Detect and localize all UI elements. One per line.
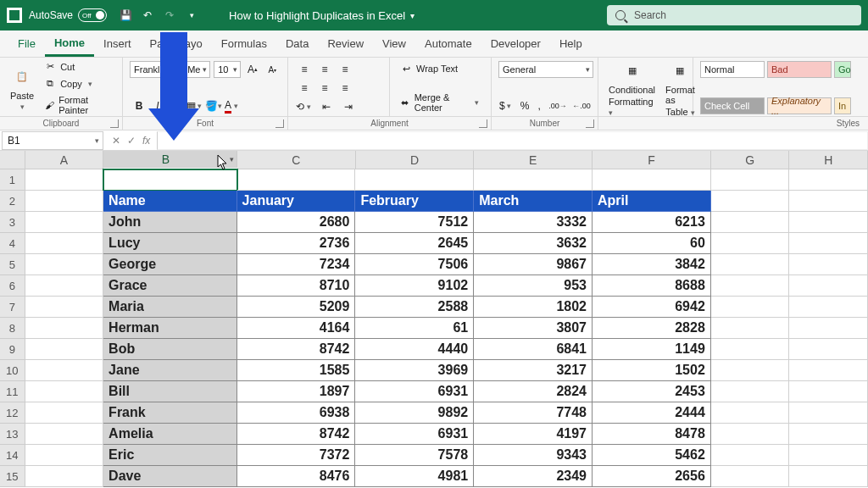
cell[interactable]: 8710 — [237, 275, 356, 297]
cell[interactable]: 6938 — [237, 402, 356, 424]
cell[interactable]: 4197 — [474, 424, 593, 445]
cell[interactable] — [789, 233, 868, 254]
cell[interactable]: 9892 — [355, 402, 474, 424]
cell[interactable]: 6942 — [593, 297, 711, 318]
cell[interactable]: 2444 — [593, 402, 711, 424]
borders-button[interactable]: ▦▾ — [186, 97, 204, 114]
conditional-formatting-button[interactable]: ▦ Conditional Formatting ▾ — [605, 58, 659, 119]
menu-view[interactable]: View — [373, 30, 415, 57]
row-header[interactable]: 3 — [0, 212, 25, 233]
cell[interactable] — [711, 275, 790, 297]
menu-pagelayout[interactable]: Page Layo — [141, 30, 212, 57]
cell[interactable]: February — [355, 191, 474, 212]
cell[interactable] — [711, 424, 790, 445]
cell[interactable] — [593, 169, 711, 191]
row-header[interactable]: 14 — [0, 445, 25, 466]
style-bad[interactable]: Bad — [767, 61, 832, 78]
cell[interactable]: 1502 — [593, 360, 711, 381]
col-header-e[interactable]: E — [474, 151, 593, 169]
menu-insert[interactable]: Insert — [94, 30, 141, 57]
merge-center-button[interactable]: ⬌Merge & Center▾ — [397, 91, 484, 114]
cell[interactable] — [711, 254, 790, 275]
font-name-select[interactable]: Franklin — [130, 61, 180, 78]
row-header[interactable]: 12 — [0, 402, 25, 424]
autosave-control[interactable]: AutoSave Off — [29, 8, 107, 22]
cell[interactable] — [789, 297, 868, 318]
cell[interactable] — [789, 169, 868, 191]
cell[interactable]: 2453 — [593, 381, 711, 402]
align-bottom-icon[interactable]: ≡ — [336, 61, 354, 78]
cell[interactable] — [711, 297, 790, 318]
number-format-select[interactable]: General — [498, 61, 593, 78]
cell[interactable] — [25, 339, 104, 360]
select-all-corner[interactable] — [0, 151, 25, 169]
enter-formula-icon[interactable]: ✓ — [127, 135, 136, 147]
cell[interactable]: 953 — [474, 275, 593, 297]
name-box[interactable]: B1 — [2, 131, 103, 150]
menu-data[interactable]: Data — [276, 30, 318, 57]
format-painter-button[interactable]: 🖌Format Painter — [41, 93, 115, 117]
cell[interactable]: 7372 — [237, 445, 356, 466]
cell[interactable] — [25, 318, 104, 339]
cell[interactable]: 61 — [355, 318, 474, 339]
cell[interactable] — [711, 169, 790, 191]
cell[interactable] — [25, 191, 104, 212]
cell[interactable] — [789, 402, 868, 424]
row-header[interactable]: 4 — [0, 233, 25, 254]
cell[interactable] — [789, 445, 868, 466]
cell[interactable] — [789, 381, 868, 402]
menu-file[interactable]: File — [8, 30, 45, 57]
style-input[interactable]: In — [834, 97, 851, 114]
qat-more-icon[interactable]: ▾ — [185, 8, 198, 22]
row-header[interactable]: 2 — [0, 191, 25, 212]
cell[interactable] — [711, 445, 790, 466]
dialog-launcher-icon[interactable] — [110, 119, 119, 128]
wrap-text-button[interactable]: ↩Wrap Text — [397, 61, 484, 76]
cell[interactable]: 1149 — [593, 339, 711, 360]
cell[interactable]: 8476 — [237, 466, 356, 487]
cell[interactable]: 8478 — [593, 424, 711, 445]
align-top-icon[interactable]: ≡ — [295, 61, 314, 78]
row-header[interactable]: 5 — [0, 254, 25, 275]
cell[interactable]: 4164 — [237, 318, 356, 339]
decrease-indent-icon[interactable]: ⇤ — [317, 98, 336, 115]
fx-icon[interactable]: fx — [142, 135, 150, 147]
increase-indent-icon[interactable]: ⇥ — [339, 98, 358, 115]
font-size-select[interactable]: 10 — [214, 61, 241, 78]
cell[interactable]: 3807 — [474, 318, 593, 339]
currency-icon[interactable]: $▾ — [498, 97, 515, 114]
cell[interactable]: 2828 — [593, 318, 711, 339]
cell[interactable] — [25, 381, 104, 402]
dialog-launcher-icon[interactable] — [275, 119, 284, 128]
cell[interactable]: 2680 — [237, 212, 356, 233]
cell[interactable]: Name — [103, 191, 236, 212]
col-header-d[interactable]: D — [356, 151, 475, 169]
style-explanatory[interactable]: Explanatory ... — [767, 97, 832, 114]
cell[interactable] — [474, 169, 593, 191]
menu-developer[interactable]: Developer — [481, 30, 550, 57]
cell[interactable] — [711, 191, 790, 212]
menu-help[interactable]: Help — [550, 30, 592, 57]
cell[interactable] — [789, 360, 868, 381]
cell[interactable] — [789, 254, 868, 275]
cell[interactable] — [789, 339, 868, 360]
cell[interactable]: Bob — [103, 339, 236, 360]
align-right-icon[interactable]: ≡ — [336, 80, 354, 97]
cell[interactable] — [789, 212, 868, 233]
cell[interactable]: George — [103, 254, 236, 275]
cell[interactable]: 2349 — [474, 466, 593, 487]
cell[interactable]: Frank — [103, 402, 236, 424]
cell[interactable] — [25, 402, 104, 424]
style-normal[interactable]: Normal — [700, 61, 765, 78]
cell[interactable] — [789, 318, 868, 339]
align-middle-icon[interactable]: ≡ — [315, 61, 334, 78]
row-header[interactable]: 13 — [0, 424, 25, 445]
row-header[interactable]: 11 — [0, 381, 25, 402]
cell[interactable]: 2824 — [474, 381, 593, 402]
cell[interactable]: 6841 — [474, 339, 593, 360]
cell[interactable] — [237, 169, 356, 191]
col-header-b[interactable]: B — [103, 151, 237, 168]
cell[interactable] — [25, 445, 104, 466]
cell[interactable]: John — [103, 212, 236, 233]
dialog-launcher-icon[interactable] — [479, 119, 487, 128]
